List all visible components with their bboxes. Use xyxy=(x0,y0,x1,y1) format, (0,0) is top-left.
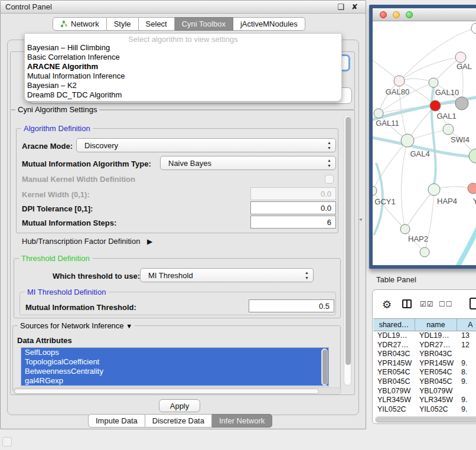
gear-icon[interactable]: ⚙ xyxy=(382,298,392,311)
network-edge[interactable] xyxy=(405,190,434,229)
table-row[interactable]: YLR345WYLR345W9. xyxy=(373,396,476,405)
node-gal11[interactable] xyxy=(374,109,383,118)
apply-button[interactable]: Apply xyxy=(159,399,200,412)
node-green-right[interactable] xyxy=(469,149,476,163)
node-gcy1[interactable] xyxy=(373,186,377,195)
node-gray[interactable] xyxy=(455,97,468,110)
data-attribute-item[interactable]: gal4RGexp xyxy=(21,376,328,386)
tab-select[interactable]: Select xyxy=(139,17,175,31)
table-cell: YDL19… xyxy=(373,331,415,341)
node-hap4[interactable] xyxy=(428,184,440,195)
algorithm-option[interactable]: Bayesian – K2 xyxy=(25,81,341,90)
table-cell: 13 xyxy=(457,331,476,341)
node-swi4[interactable] xyxy=(443,124,454,135)
table-row[interactable]: YIL052CYIL052C9. xyxy=(373,405,476,415)
tab-discretize-data[interactable]: Discretize Data xyxy=(145,414,212,428)
table-cell: YBL079W xyxy=(373,387,415,396)
hub-section-header[interactable]: Hub/Transcription Factor Definition ▶ xyxy=(22,237,152,246)
table-cell xyxy=(457,387,476,396)
network-edge-highlighted[interactable] xyxy=(453,216,476,265)
column-header-2[interactable]: name xyxy=(415,319,457,331)
node-hap2[interactable] xyxy=(400,224,410,234)
panel-divider-handle[interactable]: ◂ xyxy=(359,216,362,222)
algorithm-option[interactable]: Basic Correlation Inference xyxy=(25,53,341,62)
node-bottom-green[interactable] xyxy=(420,247,429,257)
dpi-tolerance-field[interactable]: 0.0 xyxy=(250,201,336,214)
aracne-mode-label: Aracne Mode: xyxy=(22,142,73,151)
tab-cyni-toolbox[interactable]: Cyni Toolbox xyxy=(175,17,233,31)
algorithm-option[interactable]: Bayesian – Hill Climbing xyxy=(25,43,341,53)
table-row[interactable]: YPR145WYPR145W9. xyxy=(373,359,476,369)
zoom-traffic-light-icon[interactable] xyxy=(406,11,413,18)
node-table[interactable]: shared…nameA YDL19…YDL19…13YDR27…YDR27…1… xyxy=(373,318,476,415)
column-header-3[interactable]: A xyxy=(457,319,476,331)
table-cell: YDR27… xyxy=(415,341,457,350)
table-row[interactable]: YER054CYER054C8. xyxy=(373,368,476,377)
table-row[interactable]: YBR043CYBR043C xyxy=(373,350,476,359)
column-header-1[interactable]: shared… xyxy=(373,319,415,331)
table-cell: YDL19… xyxy=(415,331,457,341)
algorithm-option[interactable]: Mutual Information Inference xyxy=(25,71,341,81)
close-traffic-light-icon[interactable] xyxy=(380,11,387,18)
combo-arrows-icon: ▲▼ xyxy=(327,140,331,151)
tab-style[interactable]: Style xyxy=(107,17,139,31)
kernel-width-field[interactable]: 0.0 xyxy=(250,187,336,200)
node-gal4-label: GAL4 xyxy=(410,149,429,158)
node-gal80[interactable] xyxy=(394,76,405,86)
node-gal4[interactable] xyxy=(401,134,414,147)
settings-hscrollbar[interactable] xyxy=(13,387,341,394)
table-row[interactable]: YBL079WYBL079W xyxy=(373,387,476,396)
minimize-traffic-light-icon[interactable] xyxy=(393,11,400,18)
node-salmon[interactable] xyxy=(468,183,476,194)
node-gal10[interactable] xyxy=(429,78,438,87)
data-attribute-item[interactable]: BetweennessCentrality xyxy=(21,367,328,376)
table-cell: YBL079W xyxy=(415,387,457,396)
mi-steps-label: Mutual Information Steps: xyxy=(22,219,116,227)
close-window-icon[interactable]: ✘ xyxy=(351,2,358,11)
algorithm-option[interactable]: ARACNE Algorithm xyxy=(25,62,341,71)
tab-infer-network[interactable]: Infer Network xyxy=(212,414,272,428)
mi-algorithm-type-combo[interactable]: Naive Bayes ▲▼ xyxy=(160,156,336,170)
table-row[interactable]: YBR045CYBR045C9. xyxy=(373,377,476,387)
table-hscrollbar[interactable] xyxy=(375,416,476,423)
manual-kernel-width-checkbox[interactable] xyxy=(325,175,334,184)
deselect-all-checkboxes-icon[interactable]: ☐☐ xyxy=(439,300,453,308)
algorithm-dropdown-placeholder: Select algorithm to view settings xyxy=(25,34,341,43)
aracne-mode-combo[interactable]: Discovery ▲▼ xyxy=(76,138,336,152)
columns-icon[interactable] xyxy=(402,299,412,308)
network-canvas[interactable]: GALGAL80GAL10GAL1GAL11SWI4GAL4GCY1HAP4YH… xyxy=(373,21,476,265)
table-row[interactable]: YDL19…YDL19…13 xyxy=(373,331,476,341)
table-cell: 9. xyxy=(457,396,476,405)
data-attributes-list[interactable]: SelfLoopsTopologicalCoefficientBetweenne… xyxy=(21,347,329,387)
collapsed-arrow-icon: ▶ xyxy=(147,237,152,246)
sources-title[interactable]: Sources for Network Inference ▼ xyxy=(18,321,135,330)
table-cell: YER054C xyxy=(415,368,457,377)
network-edge[interactable] xyxy=(399,57,461,81)
float-window-icon[interactable]: ❑ xyxy=(337,2,344,11)
node-gal-top[interactable] xyxy=(455,52,466,63)
attr-list-scrollbar[interactable] xyxy=(321,348,328,386)
table-cell: 9. xyxy=(457,405,476,415)
node-gcy1-label: GCY1 xyxy=(374,197,395,206)
tab-network[interactable]: Network xyxy=(53,17,107,31)
tab-impute-data[interactable]: Impute Data xyxy=(88,414,145,428)
table-row[interactable]: YDR27…YDR27…12 xyxy=(373,341,476,350)
table-cell: YBR043C xyxy=(373,350,415,359)
document-icon[interactable] xyxy=(470,298,476,309)
select-all-checkboxes-icon[interactable]: ☑☑ xyxy=(420,300,434,308)
node-gal1[interactable] xyxy=(430,100,441,111)
mi-threshold-field[interactable]: 0.5 xyxy=(249,299,334,312)
data-attribute-item[interactable]: TopologicalCoefficient xyxy=(21,357,328,367)
network-edge[interactable] xyxy=(379,81,399,113)
data-attributes-label: Data Attributes xyxy=(17,336,72,345)
which-threshold-combo[interactable]: MI Threshold ▲▼ xyxy=(140,268,314,282)
node-gal1-label: GAL1 xyxy=(436,112,456,120)
tab-jactivemnodules[interactable]: jActiveMNodules xyxy=(233,17,305,31)
data-attribute-item[interactable]: SelfLoops xyxy=(21,348,328,357)
algorithm-option[interactable]: Dream8 DC_TDC Algorithm xyxy=(25,90,341,100)
node-partial-top[interactable] xyxy=(471,23,476,34)
network-edge[interactable] xyxy=(401,141,407,229)
panel-grip-icon[interactable] xyxy=(2,437,12,446)
settings-vscrollbar[interactable] xyxy=(344,115,351,386)
mi-steps-field[interactable]: 6 xyxy=(250,216,336,229)
